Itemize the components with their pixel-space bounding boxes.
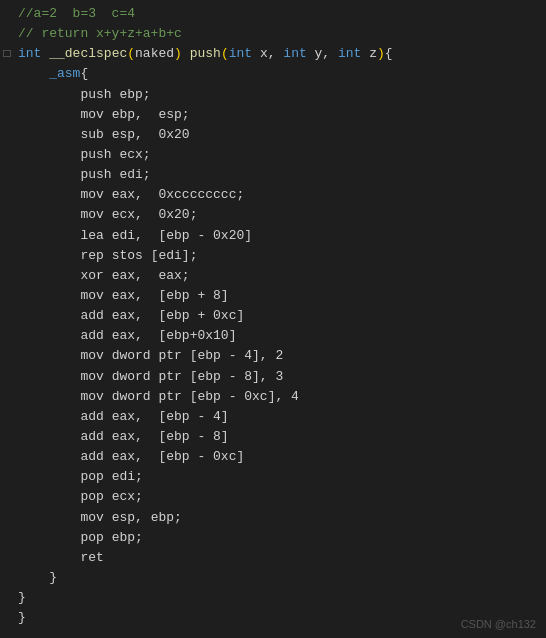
code-line: mov dword ptr [ebp - 0xc], 4 (0, 387, 546, 407)
code-line: pop ebp; (0, 528, 546, 548)
line-content: pop ebp; (18, 528, 538, 548)
code-line: add eax, [ebp - 8] (0, 427, 546, 447)
line-content: mov dword ptr [ebp - 0xc], 4 (18, 387, 538, 407)
line-content: mov ecx, 0x20; (18, 205, 538, 225)
line-content: xor eax, eax; (18, 266, 538, 286)
code-line: xor eax, eax; (0, 266, 546, 286)
code-line: push edi; (0, 165, 546, 185)
line-content: push ecx; (18, 145, 538, 165)
line-content: mov dword ptr [ebp - 4], 2 (18, 346, 538, 366)
line-content: rep stos [edi]; (18, 246, 538, 266)
watermark: CSDN @ch132 (461, 618, 536, 630)
line-content: } (18, 588, 538, 608)
code-line: _asm{ (0, 64, 546, 84)
line-content: } (18, 568, 538, 588)
line-content: add eax, [ebp - 4] (18, 407, 538, 427)
code-line: □int __declspec(naked) push(int x, int y… (0, 44, 546, 64)
code-line: mov dword ptr [ebp - 8], 3 (0, 367, 546, 387)
code-line: mov dword ptr [ebp - 4], 2 (0, 346, 546, 366)
line-content: //a=2 b=3 c=4 (18, 4, 538, 24)
line-content: push ebp; (18, 85, 538, 105)
code-line: add eax, [ebp + 0xc] (0, 306, 546, 326)
line-content: add eax, [ebp + 0xc] (18, 306, 538, 326)
code-line: mov eax, 0xcccccccc; (0, 185, 546, 205)
code-line: mov ebp, esp; (0, 105, 546, 125)
line-content: _asm{ (18, 64, 538, 84)
code-line: sub esp, 0x20 (0, 125, 546, 145)
code-line: add eax, [ebp - 0xc] (0, 447, 546, 467)
code-line: add eax, [ebp+0x10] (0, 326, 546, 346)
code-line: mov esp, ebp; (0, 508, 546, 528)
code-line: // return x+y+z+a+b+c (0, 24, 546, 44)
code-line: mov eax, [ebp + 8] (0, 286, 546, 306)
line-content: pop ecx; (18, 487, 538, 507)
line-content: mov esp, ebp; (18, 508, 538, 528)
line-content: add eax, [ebp+0x10] (18, 326, 538, 346)
code-line: } (0, 588, 546, 608)
line-content: mov eax, [ebp + 8] (18, 286, 538, 306)
code-line: add eax, [ebp - 4] (0, 407, 546, 427)
line-content: add eax, [ebp - 8] (18, 427, 538, 447)
line-content: push edi; (18, 165, 538, 185)
code-line: lea edi, [ebp - 0x20] (0, 226, 546, 246)
line-content: lea edi, [ebp - 0x20] (18, 226, 538, 246)
line-content: mov ebp, esp; (18, 105, 538, 125)
code-line: rep stos [edi]; (0, 246, 546, 266)
line-gutter: □ (0, 45, 14, 64)
line-content: pop edi; (18, 467, 538, 487)
line-content: mov eax, 0xcccccccc; (18, 185, 538, 205)
code-line: push ecx; (0, 145, 546, 165)
line-content: add eax, [ebp - 0xc] (18, 447, 538, 467)
line-content: mov dword ptr [ebp - 8], 3 (18, 367, 538, 387)
line-content: sub esp, 0x20 (18, 125, 538, 145)
code-line: } (0, 568, 546, 588)
code-line: pop edi; (0, 467, 546, 487)
breakpoint-marker: □ (3, 45, 10, 64)
code-line: ret (0, 548, 546, 568)
line-content: int __declspec(naked) push(int x, int y,… (18, 44, 538, 64)
code-line: //a=2 b=3 c=4 (0, 4, 546, 24)
line-content: ret (18, 548, 538, 568)
line-content: // return x+y+z+a+b+c (18, 24, 538, 44)
code-line: mov ecx, 0x20; (0, 205, 546, 225)
code-line: pop ecx; (0, 487, 546, 507)
code-line: push ebp; (0, 85, 546, 105)
code-editor: //a=2 b=3 c=4// return x+y+z+a+b+c□int _… (0, 0, 546, 638)
